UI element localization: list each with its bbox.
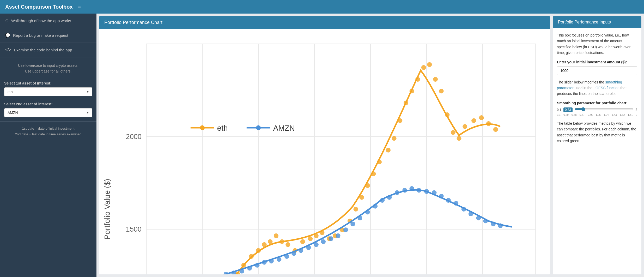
sidebar-item-examine-code[interactable]: </> Examine the code behind the app	[0, 43, 96, 57]
svg-point-65	[392, 136, 397, 141]
svg-point-47	[274, 233, 278, 238]
asset1-select-wrapper: eth btc ltc AMZN AAPL GOOG	[4, 87, 92, 96]
walkthrough-icon: ⊙	[5, 18, 9, 23]
svg-point-70	[421, 65, 426, 70]
svg-point-81	[493, 127, 498, 132]
svg-point-107	[329, 236, 333, 241]
loess-link[interactable]: LOESS function	[593, 86, 619, 90]
svg-point-75	[451, 130, 455, 135]
chart-panel-header: Portfolio Performance Chart	[99, 16, 550, 29]
svg-text:eth: eth	[217, 124, 228, 132]
slider-row: 0.1 0.33 2	[557, 107, 637, 112]
slider-max: 2	[635, 108, 637, 112]
hamburger-icon[interactable]: ≡	[78, 4, 81, 10]
sidebar-item-examine-code-label: Examine the code behind the app	[14, 48, 72, 52]
svg-point-73	[439, 89, 444, 93]
svg-point-108	[336, 233, 341, 238]
main-layout: ⊙ Walkthrough of how the app works 💬 Rep…	[0, 14, 644, 277]
smoothing-slider[interactable]	[575, 107, 633, 111]
asset2-select-wrapper: AMZN AAPL GOOG eth btc	[4, 108, 92, 117]
svg-point-46	[268, 239, 272, 244]
svg-text:Portfolio Value ($): Portfolio Value ($)	[103, 179, 111, 239]
smoothing-label: Smoothing parameter for portfolio chart:	[557, 101, 637, 105]
app-title: Asset Comparison Toolbox	[5, 4, 73, 10]
investment-input[interactable]	[557, 66, 637, 75]
examine-code-icon: </>	[5, 47, 11, 52]
svg-point-109	[343, 227, 348, 232]
svg-point-79	[479, 115, 484, 120]
footer-line2: 2nd date = last date in time series exam…	[15, 132, 82, 136]
right-panel-header: Portfolio Performance Inputs	[553, 16, 641, 28]
sidebar-instructions: Use lowercase to input crypto assets.Use…	[0, 57, 96, 80]
instructions-text: Use lowercase to input crypto assets.Use…	[18, 63, 78, 73]
svg-point-52	[308, 236, 313, 241]
footer-line1: 1st date = date of initial investment	[22, 127, 75, 130]
tick-8: 1.62	[620, 113, 625, 116]
slider-wrapper	[575, 107, 633, 112]
tick-5: 1.05	[596, 113, 600, 116]
tick-2: 0.48	[572, 113, 576, 116]
svg-text:AMZN: AMZN	[273, 124, 295, 132]
slider-min: 0.1	[557, 108, 561, 112]
sidebar-item-report-bug[interactable]: 💬 Report a bug or make a request	[0, 28, 96, 43]
sidebar-item-walkthrough-label: Walkthrough of how the app works	[11, 19, 71, 23]
app-header: Asset Comparison Toolbox ≡	[0, 0, 644, 14]
asset1-label: Select 1st asset of interest:	[4, 81, 92, 85]
chart-container: Portfolio Value ($)	[99, 29, 550, 274]
svg-point-78	[471, 118, 476, 123]
investment-label: Enter your initial investment amount ($)…	[557, 60, 637, 64]
sidebar-item-report-bug-label: Report a bug or make a request	[13, 33, 68, 38]
svg-point-77	[463, 124, 467, 129]
sidebar-footer: 1st date = date of initial investment 2n…	[0, 121, 96, 141]
slider-value-bubble: 0.33	[563, 107, 573, 112]
investment-description: This box focuses on portfolio value, i.e…	[557, 32, 637, 56]
tick-10: 2	[636, 113, 637, 116]
chart-panel: Portfolio Performance Chart Portfolio Va…	[99, 16, 550, 274]
tick-7: 1.43	[612, 113, 617, 116]
svg-point-72	[433, 77, 438, 82]
content-area: Portfolio Performance Chart Portfolio Va…	[96, 14, 644, 277]
tick-1: 0.29	[563, 113, 568, 116]
slider-ticks: 0.1 0.29 0.48 0.67 0.86 1.05 1.24 1.43 1…	[557, 113, 637, 116]
svg-rect-1	[146, 44, 536, 274]
tick-0: 0.1	[557, 113, 561, 116]
svg-point-135	[256, 125, 261, 130]
asset1-select[interactable]: eth btc ltc AMZN AAPL GOOG	[4, 87, 92, 96]
asset2-label: Select 2nd asset of interest:	[4, 102, 92, 106]
svg-point-64	[386, 148, 391, 153]
right-panel: Portfolio Performance Inputs This box fo…	[553, 16, 641, 274]
svg-point-106	[321, 239, 326, 244]
tick-9: 1.81	[628, 113, 633, 116]
svg-point-71	[427, 62, 432, 67]
svg-point-76	[457, 136, 461, 141]
svg-point-49	[285, 242, 290, 247]
svg-point-51	[300, 239, 305, 244]
portfolio-chart: Portfolio Value ($)	[99, 32, 548, 274]
tick-4: 0.86	[588, 113, 593, 116]
table-description: The table below provides metrics by whic…	[557, 121, 637, 144]
svg-text:1500: 1500	[126, 225, 142, 233]
tick-6: 1.24	[604, 113, 609, 116]
asset1-section: Select 1st asset of interest: eth btc lt…	[0, 80, 96, 100]
sidebar-item-walkthrough[interactable]: ⊙ Walkthrough of how the app works	[0, 14, 96, 28]
report-bug-icon: 💬	[5, 33, 10, 38]
asset2-select[interactable]: AMZN AAPL GOOG eth btc	[4, 108, 92, 117]
smoothing-description: The slider below modifies the smoothing …	[557, 79, 637, 97]
svg-point-59	[353, 207, 358, 212]
svg-point-132	[200, 125, 205, 130]
sidebar: ⊙ Walkthrough of how the app works 💬 Rep…	[0, 14, 96, 277]
svg-text:2000: 2000	[126, 133, 142, 141]
tick-3: 0.67	[580, 113, 585, 116]
right-panel-content: This box focuses on portfolio value, i.e…	[553, 28, 641, 152]
asset2-section: Select 2nd asset of interest: AMZN AAPL …	[0, 100, 96, 121]
